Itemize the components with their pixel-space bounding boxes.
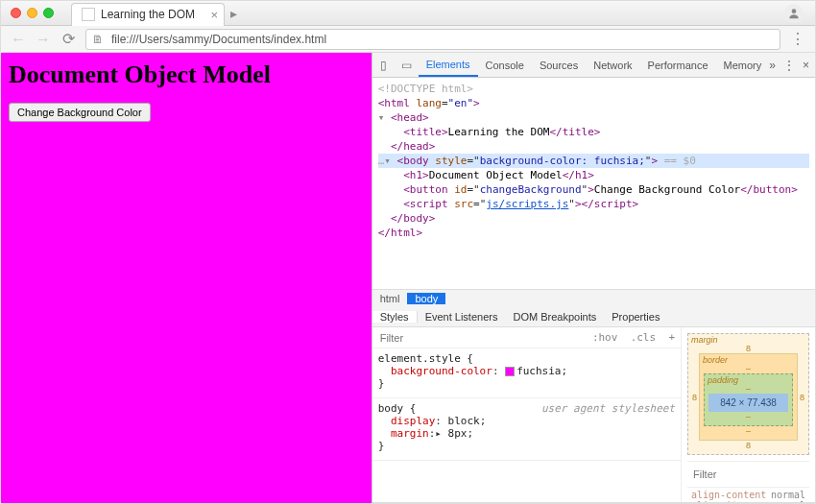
address-bar[interactable]: 🗎	[85, 29, 780, 50]
tab-performance[interactable]: Performance	[640, 53, 716, 77]
computed-properties[interactable]: align-contentnormal align-itemsnormal al…	[687, 488, 809, 503]
more-tabs-icon[interactable]: »	[769, 59, 776, 72]
change-background-button[interactable]: Change Background Color	[9, 103, 151, 122]
add-rule-button[interactable]: +	[668, 331, 675, 344]
profile-avatar[interactable]	[784, 4, 804, 23]
browser-menu-button[interactable]: ⋮	[790, 30, 805, 48]
styles-filter-input[interactable]	[378, 331, 592, 345]
devtools-menu-icon[interactable]: ⋮	[783, 59, 795, 72]
browser-tab[interactable]: Learning the DOM ×	[71, 3, 225, 26]
styles-tabs: Styles Event Listeners DOM Breakpoints P…	[372, 306, 815, 327]
color-swatch[interactable]	[505, 367, 515, 376]
tab-event-listeners[interactable]: Event Listeners	[418, 311, 506, 323]
page-heading: Document Object Model	[9, 60, 364, 89]
close-tab-button[interactable]: ×	[210, 8, 218, 22]
cls-toggle[interactable]: .cls	[631, 331, 657, 344]
tab-properties[interactable]: Properties	[604, 311, 667, 323]
box-model-panel: margin 8 8 border – padding – 842 × 77.4…	[681, 327, 815, 502]
tab-elements[interactable]: Elements	[419, 53, 478, 77]
style-rule[interactable]: user agent stylesheet body { display: bl…	[372, 398, 681, 461]
hov-toggle[interactable]: :hov	[592, 331, 618, 344]
window-controls	[1, 8, 63, 18]
styles-rules: :hov .cls + element.style { background-c…	[372, 327, 681, 502]
browser-toolbar: ← → ⟳ 🗎 ⋮	[1, 26, 815, 53]
tab-memory[interactable]: Memory	[716, 53, 770, 77]
styles-body: :hov .cls + element.style { background-c…	[372, 327, 815, 503]
back-button[interactable]: ←	[11, 31, 26, 48]
titlebar: Learning the DOM × ▸	[1, 1, 815, 26]
tab-dom-breakpoints[interactable]: DOM Breakpoints	[505, 311, 604, 323]
devtools-panel: ▯ ▭ Elements Console Sources Network Per…	[372, 53, 815, 503]
dom-tree[interactable]: <!DOCTYPE html> <html lang="en"> ▾ <head…	[372, 78, 815, 289]
tab-console[interactable]: Console	[478, 53, 532, 77]
crumb-body[interactable]: body	[407, 293, 445, 304]
favicon	[82, 8, 95, 21]
inspect-element-icon[interactable]: ▯	[372, 59, 396, 72]
device-toolbar-icon[interactable]: ▭	[396, 59, 419, 72]
style-rule[interactable]: element.style { background-color: fuchsi…	[372, 348, 681, 398]
tab-styles[interactable]: Styles	[372, 311, 418, 323]
maximize-window-button[interactable]	[43, 8, 54, 18]
close-window-button[interactable]	[11, 8, 21, 18]
forward-button[interactable]: →	[36, 31, 51, 48]
tab-title: Learning the DOM	[101, 8, 195, 21]
doctype-node: <!DOCTYPE html>	[378, 83, 473, 95]
box-model[interactable]: margin 8 8 border – padding – 842 × 77.4…	[687, 333, 809, 455]
reload-button[interactable]: ⟳	[60, 30, 76, 48]
new-tab-button[interactable]: ▸	[230, 6, 237, 21]
url-input[interactable]	[109, 32, 774, 47]
box-model-content: 842 × 77.438	[708, 394, 788, 412]
person-icon	[787, 7, 801, 20]
close-devtools-icon[interactable]: ×	[803, 59, 809, 72]
tab-network[interactable]: Network	[586, 53, 639, 77]
crumb-html[interactable]: html	[372, 293, 408, 304]
devtools-tabs: ▯ ▭ Elements Console Sources Network Per…	[372, 53, 815, 78]
rendered-page: Document Object Model Change Background …	[1, 53, 372, 503]
computed-filter-input[interactable]	[691, 468, 815, 481]
minimize-window-button[interactable]	[27, 8, 37, 18]
browser-window: Learning the DOM × ▸ ← → ⟳ 🗎 ⋮ Document …	[0, 0, 816, 504]
selected-dom-node[interactable]: …▾ <body style="background-color: fuchsi…	[378, 154, 809, 168]
content-area: Document Object Model Change Background …	[1, 53, 815, 503]
tab-sources[interactable]: Sources	[532, 53, 586, 77]
file-icon: 🗎	[92, 33, 104, 46]
svg-point-0	[792, 9, 797, 13]
dom-breadcrumb: html body	[372, 289, 815, 306]
